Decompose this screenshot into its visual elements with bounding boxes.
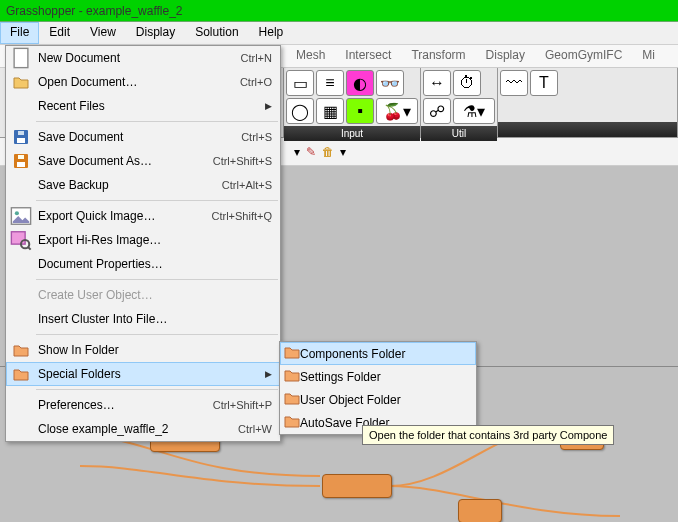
menubar: File Edit View Display Solution Help — [0, 22, 678, 45]
menu-display[interactable]: Display — [126, 22, 185, 44]
menu-file[interactable]: File — [0, 22, 39, 44]
blank-icon — [10, 420, 32, 438]
svg-rect-5 — [17, 162, 25, 167]
toolbar-dropdown2-icon[interactable]: ▾ — [340, 145, 346, 159]
file-special-folders[interactable]: Special Folders ▶ — [6, 362, 280, 386]
file-recent[interactable]: Recent Files ▶ — [6, 94, 280, 118]
ribbon-tab-geomgym[interactable]: GeomGymIFC — [535, 45, 632, 67]
svg-rect-9 — [11, 232, 25, 244]
gh-node[interactable] — [322, 474, 392, 498]
file-properties[interactable]: Document Properties… — [6, 252, 280, 276]
sub-settings-folder[interactable]: Settings Folder — [280, 365, 476, 388]
submenu-arrow-icon: ▶ — [265, 369, 272, 379]
sub-userobject-folder[interactable]: User Object Folder — [280, 388, 476, 411]
file-export-hires[interactable]: Export Hi-Res Image… — [6, 228, 280, 252]
tooltip: Open the folder that contains 3rd party … — [362, 425, 614, 445]
file-close[interactable]: Close example_waffle_2 Ctrl+W — [6, 417, 280, 441]
ribbon-icon-gradient[interactable]: ◐ — [346, 70, 374, 96]
menu-solution-label: Solution — [195, 25, 238, 39]
menu-separator — [36, 334, 278, 335]
folder-icon — [284, 345, 300, 362]
folder-icon — [284, 391, 300, 408]
ribbon-group-util-label: Util — [421, 126, 497, 141]
file-create-user-object: Create User Object… — [6, 283, 280, 307]
file-preferences[interactable]: Preferences… Ctrl+Shift+P — [6, 393, 280, 417]
blank-doc-icon — [10, 49, 32, 67]
saveas-icon — [10, 152, 32, 170]
blank-icon — [10, 310, 32, 328]
folder-icon — [284, 368, 300, 385]
ribbon-tab-transform[interactable]: Transform — [401, 45, 475, 67]
magnify-image-icon — [10, 231, 32, 249]
ribbon-icon-text[interactable]: T — [530, 70, 558, 96]
file-open[interactable]: Open Document… Ctrl+O — [6, 70, 280, 94]
ribbon-tab-mesh[interactable]: Mesh — [286, 45, 335, 67]
save-icon — [10, 128, 32, 146]
ribbon-icon-glasses[interactable]: 👓 — [376, 70, 404, 96]
sub-components-folder[interactable]: Components Folder — [280, 342, 476, 365]
folder-icon — [10, 365, 32, 383]
image-icon — [10, 207, 32, 225]
menu-view[interactable]: View — [80, 22, 126, 44]
ribbon-tab-more[interactable]: Mi — [632, 45, 665, 67]
blank-icon — [10, 176, 32, 194]
file-insert-cluster[interactable]: Insert Cluster Into File… — [6, 307, 280, 331]
gh-node[interactable] — [458, 499, 502, 522]
menu-solution[interactable]: Solution — [185, 22, 248, 44]
window-title: Grasshopper - example_waffle_2 — [6, 4, 183, 18]
toolbar-trash-icon[interactable]: 🗑 — [322, 145, 334, 159]
ribbon-group-input-label: Input — [284, 126, 420, 141]
ribbon-icon-panel[interactable]: ▭ — [286, 70, 314, 96]
menu-help-label: Help — [259, 25, 284, 39]
ribbon-icon-cherry[interactable]: 🍒▾ — [376, 98, 418, 124]
ribbon-group-extra-label — [498, 122, 677, 137]
file-export-quick[interactable]: Export Quick Image… Ctrl+Shift+Q — [6, 204, 280, 228]
menu-view-label: View — [90, 25, 116, 39]
menu-separator — [36, 279, 278, 280]
menu-file-label: File — [10, 25, 29, 39]
ribbon-icon-checker[interactable]: ▦ — [316, 98, 344, 124]
blank-icon — [10, 255, 32, 273]
menu-help[interactable]: Help — [249, 22, 294, 44]
folder-icon — [10, 341, 32, 359]
folder-icon — [284, 414, 300, 431]
menu-separator — [36, 121, 278, 122]
menu-display-label: Display — [136, 25, 175, 39]
ribbon-icon-loop[interactable]: ☍ — [423, 98, 451, 124]
menu-edit[interactable]: Edit — [39, 22, 80, 44]
ribbon-tab-display[interactable]: Display — [476, 45, 535, 67]
ribbon-tab-intersect[interactable]: Intersect — [335, 45, 401, 67]
svg-rect-0 — [14, 48, 28, 67]
ribbon-icon-waves[interactable]: 〰 — [500, 70, 528, 96]
svg-rect-2 — [17, 138, 25, 143]
ribbon-icon-timer[interactable]: ⏱ — [453, 70, 481, 96]
svg-line-11 — [28, 247, 31, 250]
file-save[interactable]: Save Document Ctrl+S — [6, 125, 280, 149]
ribbon-icon-flask[interactable]: ⚗▾ — [453, 98, 495, 124]
blank-icon — [10, 396, 32, 414]
toolbar-dropdown-icon[interactable]: ▾ — [294, 145, 300, 159]
window-titlebar: Grasshopper - example_waffle_2 — [0, 0, 678, 22]
toolbar-sketch-icon[interactable]: ✎ — [306, 145, 316, 159]
svg-rect-6 — [18, 155, 24, 159]
file-saveas[interactable]: Save Document As… Ctrl+Shift+S — [6, 149, 280, 173]
ribbon-group-input: ▭ ≡ ◐ 👓 ◯ ▦ ▪ 🍒▾ Input — [284, 68, 421, 137]
special-folders-submenu: Components Folder Settings Folder User O… — [279, 341, 477, 435]
file-backup[interactable]: Save Backup Ctrl+Alt+S — [6, 173, 280, 197]
file-show-in-folder[interactable]: Show In Folder — [6, 338, 280, 362]
ribbon-icon-green[interactable]: ▪ — [346, 98, 374, 124]
ribbon-icon-slider[interactable]: ≡ — [316, 70, 344, 96]
ribbon-icon-circle[interactable]: ◯ — [286, 98, 314, 124]
ribbon-group-extra: 〰 T — [498, 68, 678, 137]
menu-edit-label: Edit — [49, 25, 70, 39]
submenu-arrow-icon: ▶ — [265, 101, 272, 111]
ribbon-icon-arrow[interactable]: ↔ — [423, 70, 451, 96]
menu-separator — [36, 200, 278, 201]
blank-icon — [10, 286, 32, 304]
svg-rect-3 — [18, 131, 24, 135]
file-new[interactable]: New Document Ctrl+N — [6, 46, 280, 70]
tooltip-text: Open the folder that contains 3rd party … — [369, 429, 607, 441]
blank-icon — [10, 97, 32, 115]
menu-separator — [36, 389, 278, 390]
svg-point-8 — [15, 211, 19, 215]
